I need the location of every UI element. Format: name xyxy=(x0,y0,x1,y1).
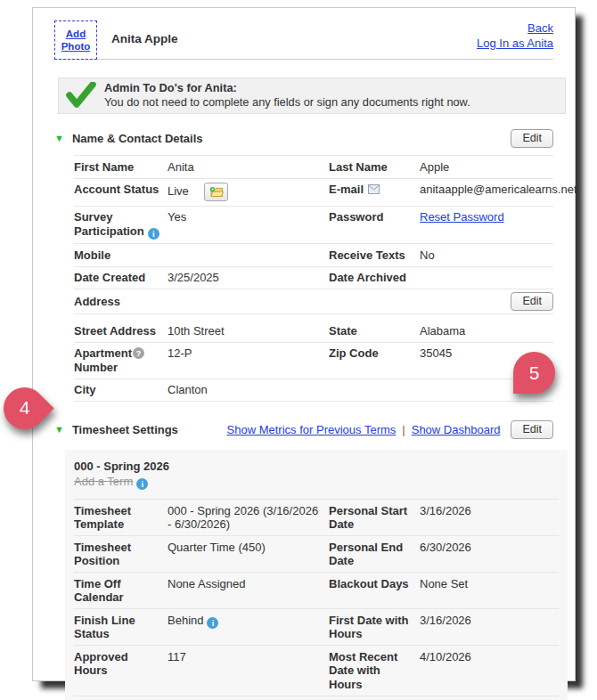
field-label: Account Status xyxy=(74,181,168,199)
field-row: Apartment Number? 12-P Zip Code 35045 xyxy=(74,343,553,379)
callout-teardrop: 4 xyxy=(0,378,54,437)
collapse-triangle-icon[interactable]: ▼ xyxy=(54,134,64,143)
field-row: Date Created 3/25/2025 Date Archived xyxy=(74,267,553,290)
field-value: Yes xyxy=(168,208,329,226)
field-value: Behindi xyxy=(168,612,329,631)
field-value: Quarter Time (450) xyxy=(168,539,329,557)
notice-title: Admin To Do's for Anita: xyxy=(104,81,470,95)
field-label: Finish Line Status xyxy=(74,612,168,643)
field-label: Time Off Calendar xyxy=(74,575,168,606)
checkmark-icon xyxy=(66,82,96,108)
info-icon[interactable]: i xyxy=(207,617,218,629)
add-term-row: Add a Termi xyxy=(74,474,559,493)
field-label: Street Address xyxy=(74,322,168,340)
admin-todos-notice: Admin To Do's for Anita: You do not need… xyxy=(58,77,566,114)
field-row: Survey Participationi Yes Password Reset… xyxy=(74,207,553,245)
field-value: anitaapple@americalearns.net xyxy=(420,181,585,199)
field-label: Date Archived xyxy=(329,269,420,287)
field-value: 10th Street xyxy=(168,322,329,340)
field-value: Anita xyxy=(168,159,329,176)
term-title: 000 - Spring 2026 xyxy=(74,455,559,474)
info-icon[interactable]: i xyxy=(148,228,159,240)
section-title: Timesheet Settings xyxy=(72,423,178,436)
field-label: Survey Participationi xyxy=(74,208,168,241)
collapse-triangle-icon[interactable]: ▼ xyxy=(54,425,64,435)
info-icon[interactable]: i xyxy=(136,478,148,490)
finish-line-status-value: Behind xyxy=(168,614,203,627)
add-term-link-disabled: Add a Term xyxy=(74,475,133,488)
field-label: First Date with Hours xyxy=(329,612,420,643)
field-row: Mobile Receive Texts No xyxy=(74,244,553,267)
field-value: None Set xyxy=(420,575,559,593)
help-icon[interactable]: ? xyxy=(133,347,144,359)
field-value: 3/25/2025 xyxy=(168,269,329,287)
add-photo-button[interactable]: Add Photo xyxy=(54,20,97,60)
field-row: Account Status Live E-mail anitaapple@am… xyxy=(74,179,553,207)
term-fields: Timesheet Template 000 - Spring 2026 (3/… xyxy=(74,499,559,700)
field-value: 3/16/2026 xyxy=(420,502,559,520)
login-as-link[interactable]: Log In as Anita xyxy=(477,37,553,50)
archive-folder-button[interactable] xyxy=(204,183,228,201)
field-label: Password xyxy=(329,208,420,226)
field-value xyxy=(168,247,329,250)
address-title: Address xyxy=(74,295,120,308)
header-links: Back Log In as Anita xyxy=(477,20,553,51)
field-row: Timesheet Position Quarter Time (450) Pe… xyxy=(74,536,559,573)
field-row: Time Off Calendar None Assigned Blackout… xyxy=(74,573,559,609)
field-value: Alabama xyxy=(420,322,553,340)
field-label: Zip Code xyxy=(329,345,420,362)
field-row: Pending Hours 0 xyxy=(74,696,559,700)
field-row: Finish Line Status Behindi First Date wi… xyxy=(74,609,559,646)
callout-badge-4: 4 xyxy=(4,387,45,429)
callout-badge-5: 5 xyxy=(513,352,555,394)
callout-number: 5 xyxy=(529,362,540,384)
field-row: Timesheet Template 000 - Spring 2026 (3/… xyxy=(74,500,559,536)
field-label: E-mail xyxy=(329,181,420,199)
field-label: First Name xyxy=(74,159,168,176)
field-label xyxy=(329,381,420,385)
link-separator: | xyxy=(402,423,405,436)
field-label: Apartment Number? xyxy=(74,345,168,376)
field-label: City xyxy=(74,381,168,399)
timesheet-links: Show Metrics for Previous Terms | Show D… xyxy=(227,423,501,436)
callout-teardrop: 5 xyxy=(513,352,555,394)
field-label: Receive Texts xyxy=(329,247,420,265)
field-label: Mobile xyxy=(74,247,168,265)
field-row: First Name Anita Last Name Apple xyxy=(74,156,553,179)
back-link[interactable]: Back xyxy=(527,21,553,35)
show-metrics-link[interactable]: Show Metrics for Previous Terms xyxy=(227,423,397,436)
field-label: Last Name xyxy=(329,159,420,176)
section-title: Name & Contact Details xyxy=(72,132,203,145)
field-value: No xyxy=(420,247,553,265)
field-label: Approved Hours xyxy=(74,648,168,680)
address-subhead: Address Edit xyxy=(74,289,553,314)
field-value xyxy=(420,269,553,273)
edit-timesheet-button[interactable]: Edit xyxy=(511,420,553,439)
field-value: None Assigned xyxy=(168,575,329,593)
field-value: Reset Password xyxy=(420,208,553,226)
field-label: Timesheet Template xyxy=(74,502,168,533)
address-fields: Street Address 10th Street State Alabama… xyxy=(74,320,553,402)
contact-fields: First Name Anita Last Name Apple Account… xyxy=(74,155,553,289)
field-label: Date Created xyxy=(74,269,168,287)
field-value: 4/10/2026 xyxy=(420,648,559,666)
callout-number: 4 xyxy=(20,398,30,419)
edit-contact-button[interactable]: Edit xyxy=(511,129,553,148)
field-value: Live xyxy=(168,181,329,203)
folder-icon xyxy=(209,186,224,198)
reset-password-link[interactable]: Reset Password xyxy=(420,210,504,224)
field-label: Personal End Date xyxy=(329,539,420,570)
section-head-timesheet: ▼ Timesheet Settings Show Metrics for Pr… xyxy=(54,418,553,441)
field-label: State xyxy=(329,322,420,340)
field-row: Approved Hours 117 Most Recent Date with… xyxy=(74,646,559,696)
term-block: 000 - Spring 2026 Add a Termi Timesheet … xyxy=(65,450,568,700)
add-photo-label[interactable]: Add Photo xyxy=(55,28,96,53)
account-status-value: Live xyxy=(168,184,189,198)
email-icon[interactable] xyxy=(368,183,380,198)
show-dashboard-link[interactable]: Show Dashboard xyxy=(412,423,501,436)
field-label: Personal Start Date xyxy=(329,502,420,533)
field-label: Most Recent Date with Hours xyxy=(329,648,420,694)
profile-header: Add Photo Anita Apple Back Log In as Ani… xyxy=(54,13,553,60)
field-value: 12-P xyxy=(168,345,329,362)
edit-address-button[interactable]: Edit xyxy=(511,292,553,311)
